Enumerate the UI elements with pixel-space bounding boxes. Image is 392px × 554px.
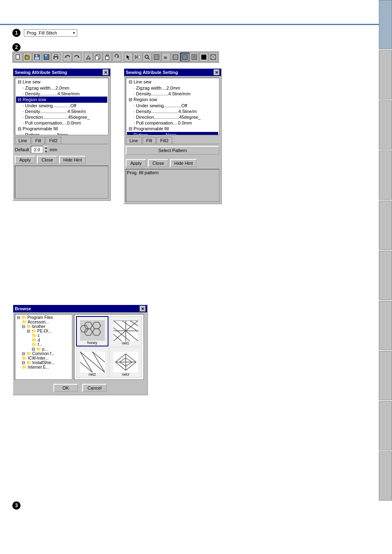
right-tab-3[interactable] (379, 100, 392, 150)
toolbar-new-btn[interactable] (14, 53, 23, 62)
toolbar-cut-btn[interactable] (84, 53, 93, 62)
tree-right-density1[interactable]: · Density..............4.5line/mm (127, 91, 218, 97)
right-tab-8[interactable] (379, 351, 392, 400)
right-tab-5[interactable] (379, 201, 392, 250)
stitch-type-dropdown[interactable]: Prog. Fill Stitch (24, 29, 77, 37)
browse-dialog: Browse ✕ ⊟ 📁 Program Files 📁 Accessori..… (12, 304, 148, 395)
stitch-type-dropdown-wrapper[interactable]: Prog. Fill Stitch (24, 29, 77, 37)
toolbar-undo-btn[interactable] (63, 53, 72, 62)
browse-tree-pedi[interactable]: ⊟ 📁 PE-DI... (16, 329, 71, 333)
dialog-left-close-btn[interactable]: Close (37, 156, 58, 164)
tree-right-region-sow[interactable]: ⊟ Region sow (127, 97, 218, 103)
dialog-left-tree[interactable]: ⊟ Line sew · Zigzag width....2.0mm · Den… (15, 78, 108, 135)
dialog-right-tree[interactable]: ⊟ Line sew · Zigzag width....2.0mm · Den… (126, 78, 219, 135)
toolbar-copy-btn[interactable] (93, 53, 102, 62)
pattern-net1[interactable]: net1 (109, 316, 142, 346)
dialog-left-input[interactable] (31, 146, 43, 153)
tree-left-density2[interactable]: · Density......................4.5line/m (16, 108, 107, 114)
tree-left-region-sow[interactable]: ⊟ Region sow (16, 97, 107, 103)
dialog-left-titlebar: Sewing Attribute Setting ✕ (13, 69, 110, 76)
browse-tree-item[interactable]: ⊟ 📁 Program Files (16, 315, 71, 320)
dialog-left-hide-hint-btn[interactable]: Hide Hint (59, 156, 86, 164)
toolbar-prog-fill-btn[interactable] (180, 53, 189, 62)
tree-right-under-sewing[interactable]: · Under sewing..............Off (127, 103, 218, 108)
tree-left-line-sew[interactable]: ⊟ Line sew (16, 79, 107, 85)
browse-tree-internet[interactable]: 📁 Internet E... (16, 365, 71, 369)
tree-right-direction[interactable]: · Direction....................45degree_ (127, 114, 218, 120)
tree-left-zigzag[interactable]: · Zigzag width....2.0mm (16, 85, 107, 91)
tab-right-fill2[interactable]: Fill2 (157, 137, 172, 144)
tree-right-zigzag[interactable]: · Zigzag width....2.0mm (127, 85, 218, 91)
right-tab-10[interactable] (379, 451, 392, 501)
right-tab-6[interactable] (379, 251, 392, 300)
browse-ok-btn[interactable]: OK (53, 384, 78, 392)
browse-tree-accessori[interactable]: 📁 Accessori... (16, 320, 71, 324)
tab-right-line[interactable]: Line (126, 137, 142, 144)
spin-up[interactable]: ▲ (44, 146, 48, 150)
browse-dialog-close-btn[interactable]: ✕ (140, 306, 145, 312)
right-tab-bar (379, 0, 392, 554)
toolbar-print-btn[interactable] (51, 53, 60, 62)
tab-left-line[interactable]: Line (15, 137, 31, 144)
toolbar-rotate-btn[interactable] (112, 53, 121, 62)
tab-right-fill[interactable]: Fill (143, 137, 156, 144)
tree-left-pull-comp[interactable]: · Pull compensation....0.0mm (16, 120, 107, 126)
right-tab-9[interactable] (379, 401, 392, 450)
tab-left-fill[interactable]: Fill (32, 137, 45, 144)
pattern-net2[interactable]: net2 (76, 347, 108, 378)
browse-tree[interactable]: ⊟ 📁 Program Files 📁 Accessori... ⊟ 📁 bro… (15, 314, 72, 380)
tree-right-pattern[interactable]: Pattern..............None (127, 132, 218, 135)
toolbar-select-btn[interactable] (124, 53, 133, 62)
toolbar-fill-btn[interactable] (171, 53, 180, 62)
svg-rect-8 (55, 55, 57, 56)
right-tab-7[interactable] (379, 301, 392, 350)
tree-left-pattern[interactable]: · Pattern..............None (16, 132, 107, 135)
toolbar-redo-btn[interactable] (72, 53, 81, 62)
right-tab-2[interactable] (379, 50, 392, 99)
toolbar-save-btn[interactable] (32, 53, 42, 62)
tree-right-line-sew[interactable]: ⊟ Line sew (127, 79, 218, 85)
dialog-left-spinner[interactable]: ▲ ▼ (44, 146, 48, 153)
right-tab-1[interactable] (379, 0, 392, 49)
browse-tree-install[interactable]: ⊟ 📁 InstallShie... (16, 360, 71, 365)
pattern-net3[interactable]: net3 (109, 347, 142, 378)
browse-tree-brother[interactable]: ⊟ 📁 brother (16, 324, 71, 329)
toolbar-open-btn[interactable] (23, 53, 32, 62)
toolbar-cross-btn[interactable] (209, 53, 218, 62)
toolbar-zoom-btn[interactable] (143, 53, 152, 62)
pattern-honey[interactable]: honey (76, 316, 108, 346)
dialog-left-close-btn[interactable]: ✕ (103, 69, 108, 75)
browse-tree-common[interactable]: ⊟ 📁 Common f... (16, 351, 71, 356)
dialog-right-hide-hint-btn[interactable]: Hide Hint (170, 159, 197, 167)
tree-left-under-sewing[interactable]: · Under sewing..............Off (16, 103, 107, 108)
tree-right-pull-comp[interactable]: · Pull compensation....0.0mm (127, 120, 218, 126)
right-tab-4[interactable] (379, 150, 392, 200)
tree-right-density2[interactable]: · Density......................4.5line/m (127, 108, 218, 114)
tree-right-prog-fill[interactable]: ⊟ Programmable fill (127, 126, 218, 132)
toolbar-mirror-btn[interactable] (133, 53, 142, 62)
tree-left-prog-fill[interactable]: ⊟ Programmable fill (16, 126, 107, 132)
browse-tree-d[interactable]: 📁 d (16, 338, 71, 342)
toolbar-saveas-btn[interactable] (42, 53, 51, 62)
browse-tree-f[interactable]: 📁 f... (16, 342, 71, 347)
toolbar-pattern-btn[interactable]: ≋ (161, 53, 171, 62)
svg-rect-19 (106, 55, 108, 56)
tab-left-fill2[interactable]: Fill2 (46, 137, 61, 144)
tree-left-density1[interactable]: · Density..............4.5line/mm (16, 91, 107, 97)
browse-tree-p[interactable]: ⊟ 📁 p... (16, 347, 71, 351)
browse-cancel-btn[interactable]: Cancel (82, 384, 107, 392)
tree-left-direction[interactable]: · Direction....................45degree_ (16, 114, 107, 120)
select-pattern-btn[interactable]: Select Pattern (126, 146, 219, 155)
toolbar-paste-btn[interactable] (103, 53, 112, 62)
browse-tree-icw[interactable]: 📁 ICW-Inter... (16, 356, 71, 360)
dialog-right-apply-btn[interactable]: Apply (126, 159, 146, 167)
toolbar-region-btn[interactable] (190, 53, 199, 62)
browse-tree-c[interactable]: 📁 c (16, 333, 71, 338)
toolbar-grid-btn[interactable] (152, 53, 161, 62)
spin-down[interactable]: ▼ (44, 150, 48, 153)
dialog-left-apply-btn[interactable]: Apply (15, 156, 35, 164)
dialog-right-close-btn[interactable]: Close (148, 159, 168, 167)
dialog-right-close-btn[interactable]: ✕ (214, 69, 219, 75)
toolbar-solid-btn[interactable] (199, 53, 208, 62)
svg-point-13 (89, 58, 90, 60)
